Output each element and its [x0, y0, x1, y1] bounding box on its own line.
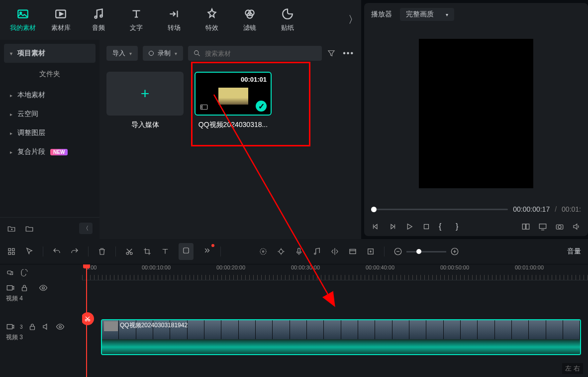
tab-effects[interactable]: 特效 [193, 2, 231, 37]
rect-tool-icon[interactable] [179, 243, 194, 260]
media-clip[interactable]: 00:01:01 ✓ QQ视频2024030318... [195, 72, 272, 129]
svg-point-5 [100, 15, 102, 17]
tab-stock[interactable]: 素材库 [42, 2, 80, 37]
brace-close-icon[interactable]: } [456, 222, 465, 231]
more-icon[interactable]: ••• [343, 49, 354, 58]
player-canvas[interactable] [419, 39, 533, 188]
brace-open-icon[interactable]: { [439, 222, 448, 231]
clip-duration: 00:01:01 [241, 76, 267, 83]
svg-marker-11 [407, 224, 412, 230]
undo-icon[interactable] [52, 247, 61, 256]
compare-icon[interactable] [521, 222, 530, 231]
redo-icon[interactable] [70, 247, 79, 256]
timeline-toolbar: 音量 [0, 239, 588, 264]
svg-point-4 [95, 16, 97, 18]
frame-icon[interactable] [348, 247, 357, 256]
sidebar-project-media[interactable]: ▾ 项目素材 [4, 44, 96, 63]
player-panel: 播放器 完整画质▾ 00:00:00:17 / 00:01: { } [364, 3, 588, 236]
svg-point-26 [263, 251, 264, 252]
sidebar-compound[interactable]: ▸复合片段NEW [4, 142, 96, 161]
search-box[interactable] [188, 46, 322, 61]
quality-select[interactable]: 完整画质▾ [400, 8, 454, 21]
import-media-tile[interactable]: + 导入媒体 [106, 72, 184, 129]
sidebar: ▾ 项目素材 文件夹 ▸本地素材 ▸云空间 ▸调整图层 ▸复合片段NEW 〈 [0, 40, 99, 239]
stop-icon[interactable] [422, 222, 431, 231]
play-icon[interactable] [405, 222, 414, 231]
progress-knob[interactable] [371, 207, 377, 212]
eye-icon[interactable] [56, 322, 65, 331]
tab-audio[interactable]: 音频 [80, 2, 117, 37]
svg-point-17 [558, 226, 561, 229]
svg-point-25 [260, 249, 266, 254]
timeline-tracks[interactable]: 0:00 00:00:10:00 00:00:20:00 00:00:30:00… [82, 264, 588, 377]
svg-rect-19 [12, 249, 15, 251]
more-tools-icon[interactable] [202, 246, 211, 255]
timeline-clip[interactable]: QQ视频20240303181942 [101, 319, 581, 355]
prev-frame-icon[interactable] [371, 222, 380, 231]
text-tool-icon[interactable] [161, 247, 170, 256]
split-icon[interactable] [330, 247, 339, 256]
tab-sticker[interactable]: 贴纸 [269, 2, 306, 37]
zoom-control[interactable] [393, 247, 459, 256]
time-ruler[interactable]: 0:00 00:00:10:00 00:00:20:00 00:00:30:00… [82, 264, 588, 280]
sidebar-cloud[interactable]: ▸云空间 [4, 105, 96, 124]
svg-rect-34 [7, 271, 11, 274]
time-current: 00:00:00:17 [513, 205, 550, 213]
search-icon [193, 49, 201, 58]
grid-icon[interactable] [7, 247, 16, 256]
nav-scroll-right-icon[interactable]: 〉 [348, 13, 358, 26]
next-frame-icon[interactable] [388, 222, 397, 231]
collapse-icon[interactable]: 〈 [79, 223, 93, 234]
video-icon [199, 103, 208, 112]
magnet-icon[interactable] [20, 268, 29, 277]
video-track-icon [6, 283, 15, 292]
sidebar-folder[interactable]: 文件夹 [4, 63, 96, 86]
tab-transition[interactable]: 转场 [155, 2, 193, 37]
speaker-icon[interactable] [572, 222, 581, 231]
track-3-header[interactable]: 3 视频 3 [0, 319, 82, 358]
folder-add-icon[interactable] [7, 224, 16, 233]
sidebar-local[interactable]: ▸本地素材 [4, 86, 96, 105]
eye-icon[interactable] [39, 283, 48, 292]
new-badge: NEW [50, 149, 68, 155]
svg-point-9 [195, 51, 198, 55]
search-input[interactable] [205, 50, 317, 57]
zoom-out-icon[interactable] [393, 247, 402, 256]
camera-icon[interactable] [555, 222, 564, 231]
svg-rect-21 [12, 252, 15, 255]
track-headers: 视频 4 3 视频 3 [0, 264, 82, 377]
svg-rect-12 [424, 225, 429, 229]
folder-open-icon[interactable] [25, 224, 34, 233]
tab-my-media[interactable]: 我的素材 [4, 2, 42, 37]
chevron-down-icon: ▾ [10, 51, 12, 56]
sidebar-adjust[interactable]: ▸调整图层 [4, 124, 96, 142]
track-4-header[interactable]: 视频 4 [0, 280, 82, 319]
mic-icon[interactable] [294, 247, 303, 256]
lock-icon[interactable] [20, 283, 29, 292]
svg-point-27 [279, 250, 283, 253]
svg-point-40 [59, 326, 61, 328]
link-icon[interactable] [6, 268, 15, 277]
svg-rect-38 [7, 325, 12, 329]
tab-filter[interactable]: 滤镜 [231, 2, 269, 37]
delete-icon[interactable] [98, 247, 106, 256]
svg-rect-20 [8, 252, 11, 255]
tab-text[interactable]: 文字 [117, 2, 155, 37]
scissors-marker-icon[interactable] [82, 312, 94, 325]
zoom-in-icon[interactable] [450, 247, 459, 256]
import-button[interactable]: 导入▾ [106, 46, 138, 61]
crop-icon[interactable] [143, 247, 152, 256]
mute-icon[interactable] [42, 322, 51, 331]
plus-icon: + [141, 85, 150, 102]
filter-icon[interactable] [327, 49, 336, 58]
target-icon[interactable] [259, 247, 268, 256]
lock-icon[interactable] [28, 322, 37, 331]
monitor-icon[interactable] [538, 222, 547, 231]
locate-icon[interactable] [277, 247, 286, 256]
cut-icon[interactable] [125, 247, 134, 256]
marker-icon[interactable] [366, 247, 375, 256]
cursor-icon[interactable] [25, 247, 34, 256]
music-icon[interactable] [312, 247, 321, 256]
record-button[interactable]: 录制▾ [143, 46, 183, 61]
progress-track[interactable] [371, 209, 508, 210]
